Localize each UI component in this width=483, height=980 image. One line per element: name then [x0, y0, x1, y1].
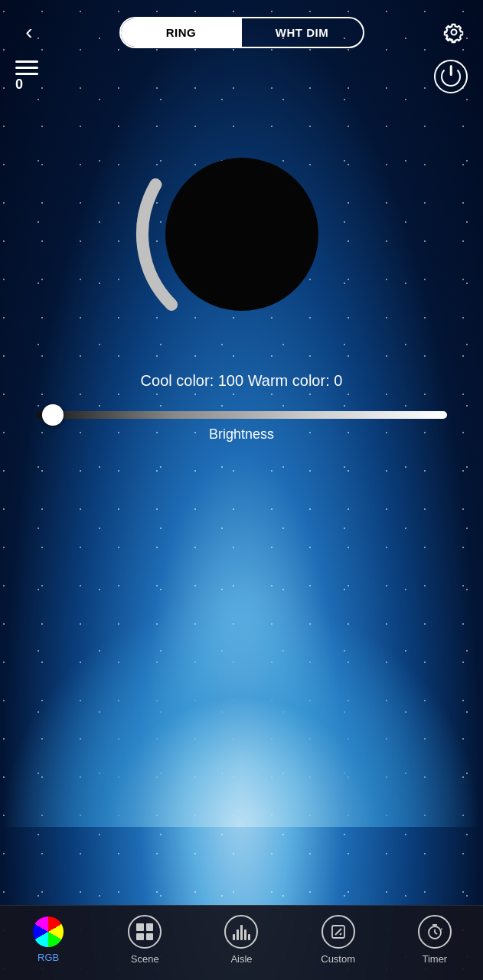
back-button[interactable]: ‹ — [12, 15, 46, 49]
nav-item-aisle[interactable]: Aisle — [218, 915, 264, 965]
scene-icon — [136, 923, 153, 940]
menu-button[interactable]: 0 — [15, 60, 38, 93]
nav-item-rgb[interactable]: RGB — [25, 916, 71, 963]
nav-label-rgb: RGB — [38, 952, 59, 963]
aisle-icon — [233, 923, 250, 940]
counter-badge: 0 — [15, 77, 38, 93]
mode-toggle: RING WHT DIM — [119, 17, 364, 48]
nav-item-custom[interactable]: Custom — [315, 915, 361, 965]
dial-center-circle — [165, 158, 318, 311]
brightness-thumb[interactable] — [42, 404, 64, 426]
nav-label-timer: Timer — [422, 953, 447, 965]
gear-icon — [442, 21, 465, 44]
nav-label-aisle: Aisle — [230, 953, 252, 965]
svg-line-7 — [435, 933, 437, 934]
custom-icon — [330, 923, 347, 940]
tab-wht-dim-button[interactable]: WHT DIM — [242, 18, 363, 47]
settings-button[interactable] — [437, 15, 471, 49]
power-button[interactable] — [434, 60, 468, 93]
back-arrow-icon: ‹ — [25, 21, 32, 43]
svg-line-10 — [441, 929, 442, 930]
svg-line-4 — [340, 933, 341, 935]
brightness-slider-area[interactable]: Brightness — [36, 411, 446, 443]
tab-ring-button[interactable]: RING — [121, 18, 242, 47]
brightness-label: Brightness — [36, 426, 446, 443]
rgb-icon — [33, 916, 64, 947]
aisle-icon-wrap — [224, 915, 258, 949]
timer-icon-wrap — [418, 915, 452, 949]
nav-item-scene[interactable]: Scene — [122, 915, 168, 965]
bottom-navigation: RGB Scene Aisle — [0, 905, 483, 980]
custom-icon-wrap — [321, 915, 355, 949]
color-dial[interactable] — [127, 119, 357, 349]
hamburger-icon — [15, 60, 38, 75]
nav-item-timer[interactable]: Timer — [412, 915, 458, 965]
nav-label-custom: Custom — [321, 953, 355, 965]
timer-icon — [426, 923, 444, 941]
brightness-track[interactable] — [36, 411, 446, 419]
nav-label-scene: Scene — [131, 953, 159, 965]
color-values-label: Cool color: 100 Warm color: 0 — [141, 372, 343, 390]
scene-icon-wrap — [128, 915, 162, 949]
